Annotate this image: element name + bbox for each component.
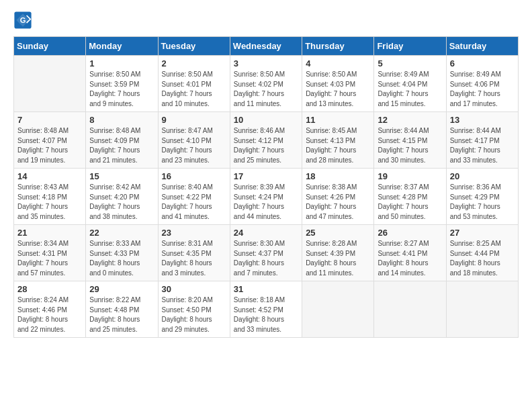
day-info: Sunrise: 8:48 AMSunset: 4:09 PMDaylight:… [89, 126, 154, 165]
day-info: Sunrise: 8:45 AMSunset: 4:13 PMDaylight:… [306, 126, 370, 165]
day-cell [302, 281, 374, 338]
day-number: 27 [450, 228, 515, 238]
day-number: 10 [234, 115, 298, 125]
col-header-saturday: Saturday [446, 37, 518, 56]
day-info: Sunrise: 8:20 AMSunset: 4:50 PMDaylight:… [162, 295, 226, 334]
day-info: Sunrise: 8:33 AMSunset: 4:33 PMDaylight:… [89, 239, 154, 278]
day-cell: 12Sunrise: 8:44 AMSunset: 4:15 PMDayligh… [374, 112, 446, 169]
day-cell: 30Sunrise: 8:20 AMSunset: 4:50 PMDayligh… [158, 281, 230, 338]
day-cell: 1Sunrise: 8:50 AMSunset: 3:59 PMDaylight… [86, 56, 158, 112]
calendar-table: SundayMondayTuesdayWednesdayThursdayFrid… [13, 36, 519, 338]
day-cell: 23Sunrise: 8:31 AMSunset: 4:35 PMDayligh… [158, 225, 230, 281]
day-info: Sunrise: 8:42 AMSunset: 4:20 PMDaylight:… [89, 183, 154, 222]
col-header-monday: Monday [86, 37, 158, 56]
day-number: 8 [89, 115, 154, 125]
header: G [13, 11, 519, 30]
day-info: Sunrise: 8:36 AMSunset: 4:29 PMDaylight:… [450, 183, 515, 222]
day-info: Sunrise: 8:38 AMSunset: 4:26 PMDaylight:… [306, 183, 370, 222]
week-row-5: 28Sunrise: 8:24 AMSunset: 4:46 PMDayligh… [14, 281, 519, 338]
header-row: SundayMondayTuesdayWednesdayThursdayFrid… [14, 37, 519, 56]
day-number: 24 [234, 228, 298, 238]
day-number: 5 [378, 58, 442, 68]
day-number: 31 [234, 284, 298, 294]
day-number: 21 [17, 228, 82, 238]
day-cell: 5Sunrise: 8:49 AMSunset: 4:04 PMDaylight… [374, 56, 446, 112]
day-number: 6 [450, 58, 515, 68]
day-number: 19 [378, 171, 442, 181]
day-info: Sunrise: 8:31 AMSunset: 4:35 PMDaylight:… [162, 239, 226, 278]
day-cell [446, 281, 518, 338]
day-cell: 8Sunrise: 8:48 AMSunset: 4:09 PMDaylight… [86, 112, 158, 169]
day-cell: 27Sunrise: 8:25 AMSunset: 4:44 PMDayligh… [446, 225, 518, 281]
day-info: Sunrise: 8:34 AMSunset: 4:31 PMDaylight:… [17, 239, 82, 278]
day-info: Sunrise: 8:27 AMSunset: 4:41 PMDaylight:… [378, 239, 442, 278]
day-number: 13 [450, 115, 515, 125]
day-cell: 28Sunrise: 8:24 AMSunset: 4:46 PMDayligh… [14, 281, 86, 338]
day-number: 23 [162, 228, 226, 238]
day-number: 16 [162, 171, 226, 181]
day-info: Sunrise: 8:47 AMSunset: 4:10 PMDaylight:… [162, 126, 226, 165]
day-cell: 13Sunrise: 8:44 AMSunset: 4:17 PMDayligh… [446, 112, 518, 169]
day-info: Sunrise: 8:28 AMSunset: 4:39 PMDaylight:… [306, 239, 370, 278]
day-info: Sunrise: 8:37 AMSunset: 4:28 PMDaylight:… [378, 183, 442, 222]
day-info: Sunrise: 8:44 AMSunset: 4:15 PMDaylight:… [378, 126, 442, 165]
day-number: 2 [162, 58, 226, 68]
day-number: 1 [89, 58, 154, 68]
day-number: 14 [17, 171, 82, 181]
day-cell: 21Sunrise: 8:34 AMSunset: 4:31 PMDayligh… [14, 225, 86, 281]
day-info: Sunrise: 8:50 AMSunset: 4:02 PMDaylight:… [234, 70, 298, 109]
col-header-sunday: Sunday [14, 37, 86, 56]
day-number: 26 [378, 228, 442, 238]
day-cell: 14Sunrise: 8:43 AMSunset: 4:18 PMDayligh… [14, 169, 86, 225]
col-header-friday: Friday [374, 37, 446, 56]
day-info: Sunrise: 8:18 AMSunset: 4:52 PMDaylight:… [234, 295, 298, 334]
day-number: 25 [306, 228, 370, 238]
day-cell: 18Sunrise: 8:38 AMSunset: 4:26 PMDayligh… [302, 169, 374, 225]
day-cell: 24Sunrise: 8:30 AMSunset: 4:37 PMDayligh… [230, 225, 302, 281]
day-cell: 31Sunrise: 8:18 AMSunset: 4:52 PMDayligh… [230, 281, 302, 338]
day-number: 11 [306, 115, 370, 125]
day-cell: 16Sunrise: 8:40 AMSunset: 4:22 PMDayligh… [158, 169, 230, 225]
day-info: Sunrise: 8:24 AMSunset: 4:46 PMDaylight:… [17, 295, 82, 334]
day-number: 7 [17, 115, 82, 125]
day-number: 9 [162, 115, 226, 125]
day-number: 4 [306, 58, 370, 68]
day-number: 22 [89, 228, 154, 238]
col-header-tuesday: Tuesday [158, 37, 230, 56]
day-info: Sunrise: 8:50 AMSunset: 4:03 PMDaylight:… [306, 70, 370, 109]
day-info: Sunrise: 8:30 AMSunset: 4:37 PMDaylight:… [234, 239, 298, 278]
day-number: 12 [378, 115, 442, 125]
day-info: Sunrise: 8:40 AMSunset: 4:22 PMDaylight:… [162, 183, 226, 222]
day-number: 3 [234, 58, 298, 68]
col-header-wednesday: Wednesday [230, 37, 302, 56]
day-cell: 9Sunrise: 8:47 AMSunset: 4:10 PMDaylight… [158, 112, 230, 169]
day-info: Sunrise: 8:39 AMSunset: 4:24 PMDaylight:… [234, 183, 298, 222]
day-number: 30 [162, 284, 226, 294]
day-number: 28 [17, 284, 82, 294]
day-info: Sunrise: 8:22 AMSunset: 4:48 PMDaylight:… [89, 295, 154, 334]
day-info: Sunrise: 8:48 AMSunset: 4:07 PMDaylight:… [17, 126, 82, 165]
day-cell: 4Sunrise: 8:50 AMSunset: 4:03 PMDaylight… [302, 56, 374, 112]
day-info: Sunrise: 8:44 AMSunset: 4:17 PMDaylight:… [450, 126, 515, 165]
day-cell: 7Sunrise: 8:48 AMSunset: 4:07 PMDaylight… [14, 112, 86, 169]
logo: G [13, 11, 36, 30]
day-info: Sunrise: 8:49 AMSunset: 4:04 PMDaylight:… [378, 70, 442, 109]
day-cell: 6Sunrise: 8:49 AMSunset: 4:06 PMDaylight… [446, 56, 518, 112]
day-number: 20 [450, 171, 515, 181]
page: G SundayMondayTuesdayWednesdayThursdayFr… [0, 0, 532, 411]
day-info: Sunrise: 8:50 AMSunset: 4:01 PMDaylight:… [162, 70, 226, 109]
week-row-4: 21Sunrise: 8:34 AMSunset: 4:31 PMDayligh… [14, 225, 519, 281]
day-cell [374, 281, 446, 338]
day-cell: 22Sunrise: 8:33 AMSunset: 4:33 PMDayligh… [86, 225, 158, 281]
day-cell: 20Sunrise: 8:36 AMSunset: 4:29 PMDayligh… [446, 169, 518, 225]
day-cell: 25Sunrise: 8:28 AMSunset: 4:39 PMDayligh… [302, 225, 374, 281]
day-cell [14, 56, 86, 112]
day-cell: 3Sunrise: 8:50 AMSunset: 4:02 PMDaylight… [230, 56, 302, 112]
day-cell: 29Sunrise: 8:22 AMSunset: 4:48 PMDayligh… [86, 281, 158, 338]
day-number: 29 [89, 284, 154, 294]
day-number: 15 [89, 171, 154, 181]
day-info: Sunrise: 8:43 AMSunset: 4:18 PMDaylight:… [17, 183, 82, 222]
day-cell: 19Sunrise: 8:37 AMSunset: 4:28 PMDayligh… [374, 169, 446, 225]
day-cell: 11Sunrise: 8:45 AMSunset: 4:13 PMDayligh… [302, 112, 374, 169]
week-row-3: 14Sunrise: 8:43 AMSunset: 4:18 PMDayligh… [14, 169, 519, 225]
